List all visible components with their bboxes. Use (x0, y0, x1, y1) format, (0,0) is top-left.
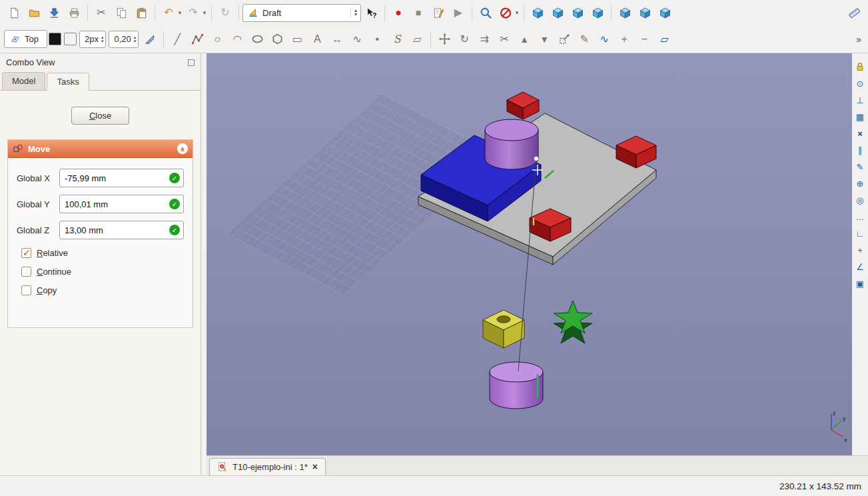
draft-ellipse-button[interactable] (247, 30, 267, 49)
draft-facebinder-button[interactable]: ▱ (407, 30, 427, 49)
3d-viewport[interactable]: z y x (207, 53, 852, 455)
draft-edit-button[interactable]: ✎ (574, 30, 594, 49)
view-bottom-button[interactable] (635, 3, 655, 22)
draw-style-dropdown[interactable]: ▾ (514, 9, 520, 16)
draft-scale-button[interactable] (554, 30, 574, 49)
spin-arrows[interactable]: ▴▾ (134, 35, 137, 43)
snap-near-button[interactable]: + (853, 243, 867, 257)
snap-center-button[interactable]: ◎ (853, 193, 867, 207)
object-cylinder-bottom[interactable] (490, 362, 543, 409)
snap-ortho-button[interactable]: ∟ (853, 227, 867, 240)
draft-shape2dview-button[interactable]: ▱ (654, 30, 674, 49)
whats-this-button[interactable] (361, 3, 381, 22)
snap-lock-icon (855, 61, 865, 72)
redo-button[interactable]: ↷ (183, 3, 203, 22)
draft-offset-button[interactable]: ⇉ (474, 30, 494, 49)
new-file-button[interactable] (4, 3, 24, 22)
open-file-button[interactable] (24, 3, 44, 22)
macro-edit-button[interactable] (428, 3, 448, 22)
tab-tasks[interactable]: Tasks (47, 73, 89, 91)
draft-upgrade-button[interactable]: ▲ (514, 30, 534, 49)
tab-model[interactable]: Model (2, 72, 45, 90)
construction-mode-button[interactable] (140, 30, 160, 49)
draw-style-button[interactable] (496, 3, 516, 22)
print-button[interactable] (64, 3, 84, 22)
draft-wire-to-bspline-button[interactable]: ∿ (594, 30, 614, 49)
refresh-button[interactable]: ↻ (215, 3, 235, 22)
polyline-icon (191, 33, 204, 45)
face-color-swatch[interactable] (64, 33, 77, 45)
undo-dropdown[interactable]: ▾ (177, 9, 183, 16)
copy-option: Copy (21, 285, 184, 295)
macro-stop-button[interactable]: ■ (408, 3, 428, 22)
view-top-button[interactable] (568, 3, 588, 22)
snap-parallel-button[interactable]: ∥ (853, 143, 867, 157)
snap-extension-button[interactable]: ✎ (853, 160, 867, 173)
snap-angle-button[interactable]: ∠ (853, 260, 867, 273)
paste-button[interactable] (131, 3, 151, 22)
snap-endpoint-button[interactable]: ⊙ (853, 77, 867, 90)
line-width-spinbox[interactable]: 2px ▴▾ (79, 31, 106, 48)
draft-delete-point-button[interactable]: − (634, 30, 654, 49)
cut-button[interactable]: ✂ (91, 3, 111, 22)
snap-workingplane-button[interactable]: ▣ (853, 277, 867, 290)
global-y-input[interactable] (59, 195, 184, 213)
global-scale-spinbox[interactable]: 0,20 ▴▾ (109, 31, 139, 48)
draft-shapestring-button[interactable]: S (387, 30, 407, 49)
object-cylinder-top[interactable] (485, 119, 538, 169)
combo-spin-arrows[interactable]: ▴▾ (350, 9, 357, 17)
copy-button[interactable] (111, 3, 131, 22)
undo-button[interactable]: ↶ (159, 3, 179, 22)
document-tab[interactable]: T10-ejemplo-ini : 1* × (209, 458, 326, 475)
measure-distance-button[interactable] (844, 3, 864, 22)
draft-rotate-button[interactable]: ↻ (454, 30, 474, 49)
global-x-label: Global X (17, 173, 59, 183)
toolbar-overflow-button[interactable]: » (856, 35, 864, 44)
view-left-button[interactable] (655, 3, 675, 22)
workbench-selector[interactable]: Draft ▴▾ (242, 4, 361, 22)
draft-wire-button[interactable] (187, 30, 207, 49)
collapse-chevron-icon[interactable]: ∧ (177, 143, 188, 154)
line-color-swatch[interactable] (49, 33, 61, 45)
close-task-button[interactable]: Close (71, 107, 129, 125)
view-front-button[interactable] (548, 3, 568, 22)
redo-dropdown[interactable]: ▾ (201, 9, 208, 16)
continue-checkbox[interactable] (21, 267, 31, 277)
draft-arc-button[interactable]: ◠ (227, 30, 247, 49)
draft-downgrade-button[interactable]: ▼ (534, 30, 554, 49)
snap-grid-button[interactable]: ▦ (853, 110, 867, 123)
draft-add-point-button[interactable]: + (614, 30, 634, 49)
macro-record-button[interactable]: ● (388, 3, 408, 22)
save-button[interactable] (44, 3, 64, 22)
macro-execute-button[interactable]: ▶ (448, 3, 468, 22)
tab-close-icon[interactable]: × (312, 462, 318, 471)
rear-view-cube-icon (619, 7, 632, 19)
draft-bspline-button[interactable]: ∿ (347, 30, 367, 49)
draft-dimension-button[interactable]: ↔ (327, 30, 347, 49)
draft-point-button[interactable]: • (367, 30, 387, 49)
snap-intersection-button[interactable]: × (853, 127, 867, 140)
copy-checkbox[interactable] (21, 285, 31, 295)
panel-float-icon[interactable] (188, 59, 195, 66)
draft-line-button[interactable]: ╱ (167, 30, 187, 49)
snap-perpendicular-button[interactable]: ⊥ (853, 93, 867, 107)
global-z-input[interactable] (59, 221, 184, 239)
view-axonometric-button[interactable] (528, 3, 548, 22)
view-right-button[interactable] (588, 3, 608, 22)
draft-rectangle-button[interactable]: ▭ (287, 30, 307, 49)
draft-circle-button[interactable]: ○ (207, 30, 227, 49)
global-x-input[interactable] (59, 169, 184, 187)
draft-move-button[interactable] (434, 30, 454, 49)
view-rear-button[interactable] (615, 3, 635, 22)
relative-checkbox[interactable] (21, 248, 31, 258)
draft-trimex-button[interactable]: ✂ (494, 30, 514, 49)
spin-arrows[interactable]: ▴▾ (101, 35, 104, 43)
draft-text-button[interactable]: A (307, 30, 327, 49)
fit-all-button[interactable] (476, 3, 496, 22)
snap-lock-button[interactable] (853, 60, 867, 73)
snap-midpoint-button[interactable]: ⊕ (853, 177, 867, 190)
draft-polygon-button[interactable] (267, 30, 287, 49)
working-plane-button[interactable]: Top (4, 30, 47, 48)
snap-dimensions-button[interactable]: … (853, 210, 867, 223)
move-task-header[interactable]: Move ∧ (8, 140, 193, 158)
